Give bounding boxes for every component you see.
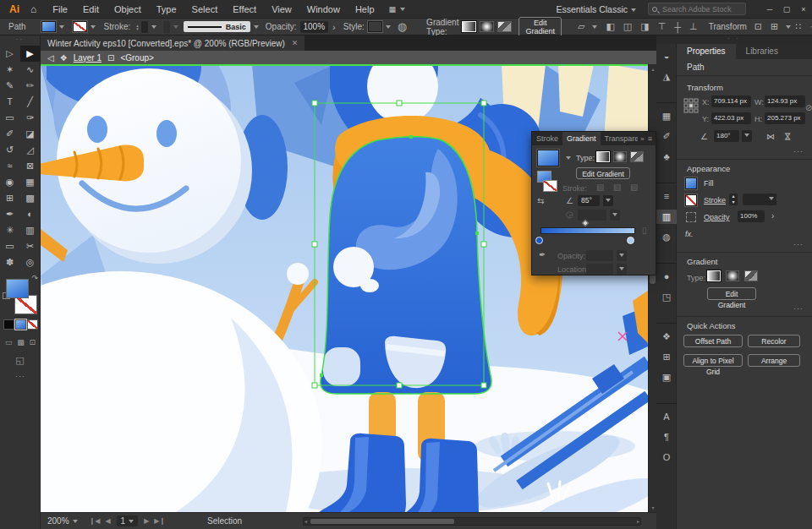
panel-icon-asset-export[interactable]: ▣ (656, 370, 677, 404)
tool-blend[interactable]: ◐ (20, 206, 41, 222)
align-bottom-icon[interactable]: ⊥ (689, 21, 698, 32)
gradient-type-radial-button[interactable] (480, 21, 494, 32)
panel-icon-gradient[interactable]: ▥ (656, 210, 677, 224)
reference-point-selector[interactable] (683, 98, 699, 113)
quick-action-align-to-pixel-grid[interactable]: Align to Pixel Grid (683, 354, 743, 367)
tool-lasso[interactable]: ∿ (20, 62, 41, 78)
stroke-weight-stepper[interactable]: ▴▾ (729, 194, 738, 205)
gp-aspect-field[interactable] (578, 210, 606, 221)
gradient-more-options[interactable]: ··· (793, 304, 804, 313)
stroke-weight-caret-icon[interactable] (766, 194, 776, 205)
tab-transparency[interactable]: Transparen (601, 132, 638, 145)
stroke-stepper[interactable]: ▴▾ (136, 24, 139, 30)
none-button[interactable] (27, 319, 38, 330)
menu-view[interactable]: View (264, 4, 299, 14)
menu-help[interactable]: Help (348, 4, 382, 14)
gp-eyedropper-icon[interactable]: ✒ (539, 250, 546, 259)
workspace-switcher[interactable]: Essentials Classic (556, 4, 636, 14)
style-swatch[interactable] (368, 21, 382, 32)
panel-icon-swatches[interactable]: ▦ (656, 109, 677, 123)
opacity-options-icon[interactable]: › (332, 22, 336, 32)
align-top-icon[interactable]: ⊤ (658, 21, 667, 32)
w-field[interactable]: 124.93 px (765, 95, 805, 107)
menu-file[interactable]: File (45, 4, 75, 14)
opacity-field[interactable]: 100% (300, 21, 329, 33)
tool-zoom[interactable]: ◎ (20, 254, 41, 270)
fx-button[interactable]: fx. (685, 230, 694, 238)
tool-rectangle[interactable]: ▭ (0, 110, 20, 126)
gp-freeform-button[interactable] (630, 151, 644, 162)
y-field[interactable]: 422.03 px (711, 112, 751, 124)
tab-properties[interactable]: Properties (677, 44, 736, 59)
constrain-proportions-icon[interactable]: ⊘ (805, 103, 812, 112)
reverse-gradient-icon[interactable]: ⇆ (537, 196, 544, 205)
panel-icon-stroke[interactable]: ≡ (656, 189, 677, 204)
tool-gradient[interactable]: ▩ (20, 190, 41, 206)
tool-rotate[interactable]: ↺ (0, 142, 20, 158)
gp-opacity-caret-icon[interactable] (617, 250, 627, 261)
appearance-opacity-label[interactable]: Opacity (704, 213, 730, 221)
appearance-opacity-field[interactable]: 100% (738, 210, 765, 222)
width-profile-field[interactable] (163, 21, 170, 33)
menu-object[interactable]: Object (107, 4, 149, 14)
arrange-documents-icon[interactable]: ▦ (389, 5, 406, 14)
tool-mesh[interactable]: ⊞ (0, 190, 20, 206)
gp-radial-button[interactable] (613, 151, 627, 162)
tool-line-segment[interactable]: ╱ (20, 94, 41, 110)
horizontal-scrollbar[interactable]: ◂ ▸ (303, 517, 641, 526)
appearance-stroke-swatch[interactable] (685, 194, 697, 206)
horizontal-scroll-thumb[interactable] (310, 519, 454, 524)
tool-slice[interactable]: ✂ (20, 238, 41, 254)
tool-perspective-grid[interactable]: ▦ (20, 174, 41, 190)
stroke-color-swatch[interactable] (73, 21, 87, 32)
menu-type[interactable]: Type (149, 4, 184, 14)
gradient-linear-button[interactable] (707, 270, 721, 281)
tool-eyedropper[interactable]: ✒ (0, 206, 20, 222)
last-artboard-icon[interactable]: ▶❙ (154, 517, 165, 525)
swap-fill-stroke-icon[interactable]: ↷ (31, 274, 38, 282)
dock-drag-handle[interactable]: · · (656, 35, 812, 44)
tool-eraser[interactable]: ◪ (20, 126, 41, 142)
tool-selection[interactable]: ▶ (20, 46, 41, 62)
gp-linear-button[interactable] (596, 151, 610, 162)
appearance-fill-swatch[interactable] (685, 177, 697, 189)
isolate-icon[interactable]: ⊞ (771, 21, 778, 32)
gp-opacity-field[interactable] (586, 250, 613, 261)
panel-icon-transparency[interactable]: ◍ (656, 230, 677, 264)
gradient-midpoint-handle[interactable] (582, 220, 589, 226)
gp-location-field[interactable] (586, 264, 613, 275)
gp-aspect-caret-icon[interactable] (610, 210, 620, 221)
transform-label[interactable]: Transform (709, 22, 747, 31)
menu-effect[interactable]: Effect (225, 4, 264, 14)
align-left-icon[interactable]: ◧ (606, 21, 614, 32)
rotation-field[interactable]: 180° (714, 130, 739, 142)
gp-location-caret-icon[interactable] (617, 264, 627, 275)
stroke-weight-dropdown[interactable] (743, 194, 766, 205)
breadcrumb-layer[interactable]: Layer 1 (74, 53, 102, 63)
x-field[interactable]: 709.114 px (711, 95, 751, 107)
appearance-fill-label[interactable]: Fill (704, 179, 714, 188)
h-field[interactable]: 205.273 px (765, 112, 805, 124)
fill-proxy[interactable] (6, 279, 29, 298)
tool-width[interactable]: ≈ (0, 158, 20, 174)
stroke-weight-field[interactable] (141, 21, 148, 33)
appearance-more-options[interactable]: ··· (793, 240, 804, 248)
gradient-preview-swatch[interactable] (537, 150, 559, 166)
opacity-more-icon[interactable]: › (771, 211, 774, 221)
first-artboard-icon[interactable]: ❙◀ (90, 517, 101, 525)
panel-icon-brushes[interactable]: ✐ (656, 129, 677, 144)
align-center-icon[interactable]: ◫ (623, 21, 632, 32)
panel-icon-color[interactable]: ◒ (656, 49, 677, 63)
menu-select[interactable]: Select (184, 4, 226, 14)
color-button[interactable] (3, 319, 14, 330)
shape-options-icon[interactable]: ▱ (578, 21, 584, 32)
tab-stroke[interactable]: Stroke (532, 132, 562, 145)
tool-paintbrush[interactable]: ✑ (20, 110, 41, 126)
close-document-icon[interactable]: ✕ (292, 39, 299, 47)
gp-angle-field[interactable]: 85° (578, 195, 600, 206)
appearance-stroke-label[interactable]: Stroke (704, 196, 726, 205)
tool-free-transform[interactable]: ⊠ (20, 158, 41, 174)
gradient-slider[interactable] (540, 227, 635, 234)
tool-scale[interactable]: ◿ (20, 142, 41, 158)
scroll-right-icon[interactable]: ▸ (637, 518, 639, 525)
